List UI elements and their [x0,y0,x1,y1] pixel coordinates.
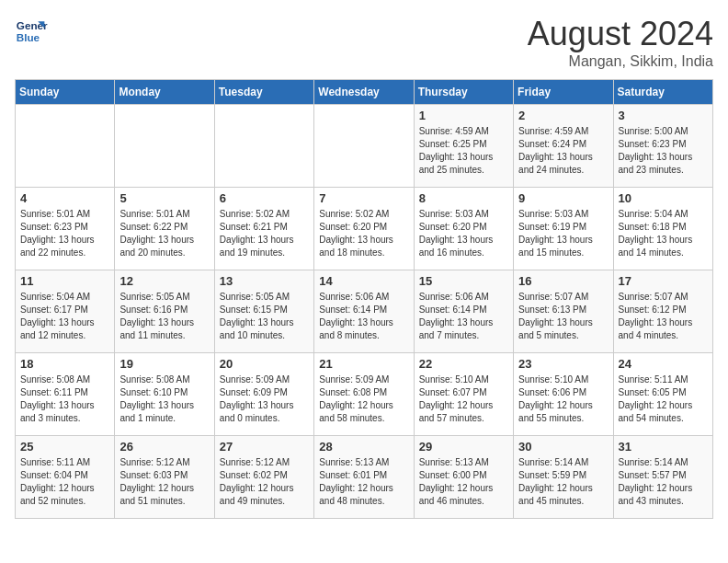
day-number: 14 [319,274,408,288]
calendar-cell: 31Sunrise: 5:14 AM Sunset: 5:57 PM Dayli… [613,436,712,519]
day-number: 31 [619,440,708,454]
day-info: Sunrise: 4:59 AM Sunset: 6:24 PM Dayligh… [518,125,608,177]
day-number: 18 [20,357,109,371]
day-header-friday: Friday [514,80,613,105]
week-row-3: 11Sunrise: 5:04 AM Sunset: 6:17 PM Dayli… [16,270,713,353]
day-number: 17 [619,274,708,288]
day-info: Sunrise: 5:04 AM Sunset: 6:18 PM Dayligh… [619,208,708,259]
day-number: 5 [119,191,209,205]
calendar-cell: 22Sunrise: 5:10 AM Sunset: 6:07 PM Dayli… [414,353,513,436]
day-number: 27 [220,440,309,454]
calendar-cell: 21Sunrise: 5:09 AM Sunset: 6:08 PM Dayli… [314,353,414,436]
day-number: 2 [518,109,608,122]
calendar-cell: 12Sunrise: 5:05 AM Sunset: 6:16 PM Dayli… [115,270,214,353]
calendar-cell: 6Sunrise: 5:02 AM Sunset: 6:21 PM Daylig… [214,188,313,270]
calendar-cell: 11Sunrise: 5:04 AM Sunset: 6:17 PM Dayli… [16,270,115,353]
day-info: Sunrise: 5:14 AM Sunset: 5:59 PM Dayligh… [518,456,608,508]
location: Mangan, Sikkim, India [528,53,713,70]
calendar-cell [314,105,414,188]
calendar-cell: 3Sunrise: 5:00 AM Sunset: 6:23 PM Daylig… [613,105,712,188]
day-header-monday: Monday [115,80,214,105]
title-block: August 2024 Mangan, Sikkim, India [528,15,713,70]
day-number: 10 [619,191,708,205]
day-number: 23 [518,357,608,371]
calendar-cell: 20Sunrise: 5:09 AM Sunset: 6:09 PM Dayli… [214,353,313,436]
week-row-5: 25Sunrise: 5:11 AM Sunset: 6:04 PM Dayli… [16,436,713,519]
calendar-cell: 25Sunrise: 5:11 AM Sunset: 6:04 PM Dayli… [16,436,115,519]
day-number: 26 [119,440,209,454]
day-number: 30 [518,440,608,454]
day-number: 13 [220,274,309,288]
day-info: Sunrise: 5:06 AM Sunset: 6:14 PM Dayligh… [319,291,408,342]
day-info: Sunrise: 5:02 AM Sunset: 6:20 PM Dayligh… [319,208,408,259]
day-info: Sunrise: 5:02 AM Sunset: 6:21 PM Dayligh… [220,208,309,259]
calendar-cell [115,105,214,188]
calendar-cell: 24Sunrise: 5:11 AM Sunset: 6:05 PM Dayli… [613,353,712,436]
month-year: August 2024 [528,15,713,53]
day-header-sunday: Sunday [16,80,115,105]
week-row-1: 1Sunrise: 4:59 AM Sunset: 6:25 PM Daylig… [16,105,713,188]
day-info: Sunrise: 5:01 AM Sunset: 6:22 PM Dayligh… [119,208,209,259]
day-info: Sunrise: 5:00 AM Sunset: 6:23 PM Dayligh… [619,125,708,177]
day-header-saturday: Saturday [613,80,712,105]
day-info: Sunrise: 5:09 AM Sunset: 6:09 PM Dayligh… [220,373,309,425]
calendar-cell: 14Sunrise: 5:06 AM Sunset: 6:14 PM Dayli… [314,270,414,353]
day-number: 28 [319,440,408,454]
day-header-thursday: Thursday [414,80,513,105]
calendar-cell: 23Sunrise: 5:10 AM Sunset: 6:06 PM Dayli… [514,353,613,436]
calendar-table: SundayMondayTuesdayWednesdayThursdayFrid… [15,79,713,519]
calendar-cell: 16Sunrise: 5:07 AM Sunset: 6:13 PM Dayli… [514,270,613,353]
day-info: Sunrise: 5:01 AM Sunset: 6:23 PM Dayligh… [20,208,109,259]
calendar-cell: 2Sunrise: 4:59 AM Sunset: 6:24 PM Daylig… [514,105,613,188]
day-info: Sunrise: 5:05 AM Sunset: 6:16 PM Dayligh… [119,291,209,342]
calendar-header-row: SundayMondayTuesdayWednesdayThursdayFrid… [16,80,713,105]
day-info: Sunrise: 4:59 AM Sunset: 6:25 PM Dayligh… [419,125,508,177]
day-info: Sunrise: 5:07 AM Sunset: 6:13 PM Dayligh… [518,291,608,342]
calendar-cell: 10Sunrise: 5:04 AM Sunset: 6:18 PM Dayli… [613,188,712,270]
day-number: 16 [518,274,608,288]
logo: General Blue [15,15,48,48]
day-number: 25 [20,440,109,454]
day-info: Sunrise: 5:11 AM Sunset: 6:04 PM Dayligh… [20,456,109,508]
calendar-cell: 30Sunrise: 5:14 AM Sunset: 5:59 PM Dayli… [514,436,613,519]
calendar-cell: 8Sunrise: 5:03 AM Sunset: 6:20 PM Daylig… [414,188,513,270]
calendar-cell [214,105,313,188]
day-number: 7 [319,191,408,205]
day-number: 3 [619,109,708,122]
day-info: Sunrise: 5:12 AM Sunset: 6:02 PM Dayligh… [220,456,309,508]
day-info: Sunrise: 5:10 AM Sunset: 6:07 PM Dayligh… [419,373,508,425]
day-info: Sunrise: 5:11 AM Sunset: 6:05 PM Dayligh… [619,373,708,425]
day-info: Sunrise: 5:10 AM Sunset: 6:06 PM Dayligh… [518,373,608,425]
day-number: 6 [220,191,309,205]
day-number: 20 [220,357,309,371]
day-info: Sunrise: 5:04 AM Sunset: 6:17 PM Dayligh… [20,291,109,342]
day-info: Sunrise: 5:12 AM Sunset: 6:03 PM Dayligh… [119,456,209,508]
calendar-cell: 15Sunrise: 5:06 AM Sunset: 6:14 PM Dayli… [414,270,513,353]
calendar-cell: 1Sunrise: 4:59 AM Sunset: 6:25 PM Daylig… [414,105,513,188]
day-number: 22 [419,357,508,371]
calendar-cell: 13Sunrise: 5:05 AM Sunset: 6:15 PM Dayli… [214,270,313,353]
day-info: Sunrise: 5:09 AM Sunset: 6:08 PM Dayligh… [319,373,408,425]
day-info: Sunrise: 5:07 AM Sunset: 6:12 PM Dayligh… [619,291,708,342]
day-number: 15 [419,274,508,288]
day-number: 8 [419,191,508,205]
day-number: 19 [119,357,209,371]
calendar-cell: 4Sunrise: 5:01 AM Sunset: 6:23 PM Daylig… [16,188,115,270]
day-number: 29 [419,440,508,454]
day-number: 1 [419,109,508,122]
week-row-4: 18Sunrise: 5:08 AM Sunset: 6:11 PM Dayli… [16,353,713,436]
calendar-cell: 19Sunrise: 5:08 AM Sunset: 6:10 PM Dayli… [115,353,214,436]
calendar-cell: 5Sunrise: 5:01 AM Sunset: 6:22 PM Daylig… [115,188,214,270]
day-number: 12 [119,274,209,288]
day-number: 21 [319,357,408,371]
day-info: Sunrise: 5:06 AM Sunset: 6:14 PM Dayligh… [419,291,508,342]
calendar-cell: 18Sunrise: 5:08 AM Sunset: 6:11 PM Dayli… [16,353,115,436]
calendar-cell: 26Sunrise: 5:12 AM Sunset: 6:03 PM Dayli… [115,436,214,519]
day-header-wednesday: Wednesday [314,80,414,105]
calendar-cell: 29Sunrise: 5:13 AM Sunset: 6:00 PM Dayli… [414,436,513,519]
day-header-tuesday: Tuesday [214,80,313,105]
day-number: 4 [20,191,109,205]
calendar-cell: 7Sunrise: 5:02 AM Sunset: 6:20 PM Daylig… [314,188,414,270]
day-info: Sunrise: 5:05 AM Sunset: 6:15 PM Dayligh… [220,291,309,342]
day-info: Sunrise: 5:03 AM Sunset: 6:20 PM Dayligh… [419,208,508,259]
